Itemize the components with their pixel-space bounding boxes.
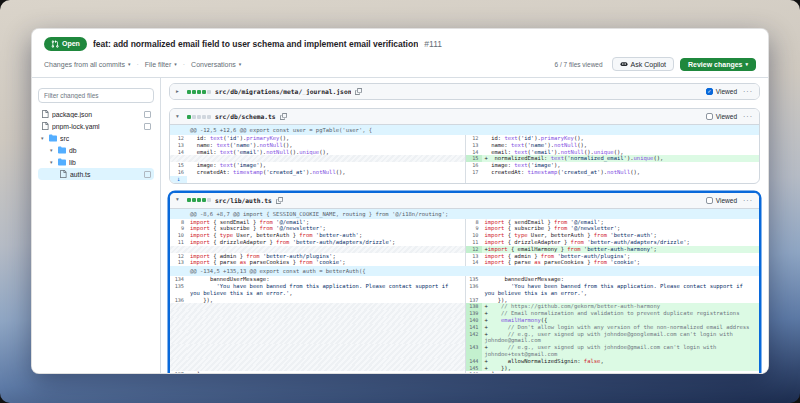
file-filter-dropdown[interactable]: File filter ▾ xyxy=(145,61,177,68)
old-line-number: 12 xyxy=(170,135,187,142)
diff-line-context[interactable]: 137 ],146 ], xyxy=(170,371,759,374)
sidebar-item-pnpm-lock-yaml[interactable]: pnpm-lock.yaml xyxy=(38,120,154,132)
diff-line-context[interactable]: 136 }),137 }), xyxy=(170,297,759,304)
review-changes-button[interactable]: Review changes ▾ xyxy=(680,58,756,71)
old-code: import { admin } from 'better-auth/plugi… xyxy=(187,253,465,260)
diff-line-added[interactable]: 138+ // https://github.com/gekorm/better… xyxy=(170,303,759,310)
kebab-menu-icon[interactable]: ··· xyxy=(743,113,753,120)
new-line-number: 14 xyxy=(465,259,482,266)
diff-file-header: ▾src/db/schema.tsViewed··· xyxy=(170,109,759,125)
old-line-number: 134 xyxy=(170,276,187,283)
new-line-number: 10 xyxy=(465,232,482,239)
filter-files-input[interactable] xyxy=(38,88,154,103)
copilot-icon xyxy=(620,60,628,68)
pr-header: Open feat: add normalized email field to… xyxy=(32,29,768,78)
diff-line-context[interactable]: 12import { admin } from 'better-auth/plu… xyxy=(170,253,759,260)
kebab-menu-icon[interactable]: ··· xyxy=(743,88,753,95)
file-path-link[interactable]: src/db/schema.ts xyxy=(215,113,276,120)
diff-line-added[interactable]: 139+ // Email normalization and validati… xyxy=(170,310,759,317)
file-tree-sidebar: package.jsonpnpm-lock.yaml▾src▾db▾libaut… xyxy=(32,78,161,374)
new-code: 'You have been banned from this applicat… xyxy=(482,283,760,297)
new-line-number: 139 xyxy=(465,310,482,317)
hunk-header: @@ -134,5 +135,13 @@ export const auth =… xyxy=(170,266,759,276)
sidebar-item-auth-ts[interactable]: auth.ts xyxy=(38,168,154,180)
diff-line-context[interactable]: 10import { type User, betterAuth } from … xyxy=(170,232,759,239)
chevron-right-icon[interactable]: ▸ xyxy=(176,89,183,95)
diff-line-context[interactable]: 13import { parse as parseCookies } from … xyxy=(170,259,759,266)
old-line-number: 12 xyxy=(170,253,187,260)
diff-panel: ▸src/db/migrations/meta/_journal.json✓Vi… xyxy=(169,83,760,100)
ask-copilot-button[interactable]: Ask Copilot xyxy=(612,57,674,71)
diff-panel: ▾src/lib/auth.tsViewed···@@ -8,6 +8,7 @@… xyxy=(169,192,760,374)
diff-line-added[interactable]: 141+ // Don't allow login with any versi… xyxy=(170,324,759,331)
diff-line-added[interactable]: 140+ emailHarmony({ xyxy=(170,317,759,324)
file-path-link[interactable]: src/db/migrations/meta/_journal.json xyxy=(215,88,351,95)
sidebar-item-db[interactable]: ▾db xyxy=(38,144,154,156)
old-line-number: 137 xyxy=(170,371,187,374)
file-path-link[interactable]: src/lib/auth.ts xyxy=(215,197,272,204)
new-code: + // Don't allow login with any version … xyxy=(482,324,760,331)
new-line-number: 145 xyxy=(465,365,482,372)
file-icon xyxy=(41,110,49,118)
new-line-number: 136 xyxy=(465,283,482,297)
sidebar-item-package-json[interactable]: package.json xyxy=(38,108,154,120)
sidebar-item-lib[interactable]: ▾lib xyxy=(38,156,154,168)
new-line-number: 13 xyxy=(465,253,482,260)
new-code: + normalizedEmail: text('normalized_emai… xyxy=(482,155,760,162)
diff-line-added[interactable]: 144+ allowNormalizedSignin: false, xyxy=(170,358,759,365)
old-code: name: text('name').notNull(), xyxy=(187,142,465,149)
diff-line-context[interactable]: 11import { drizzleAdapter } from 'better… xyxy=(170,239,759,246)
diff-line-context[interactable]: 16 createdAt: timestamp('created_at').no… xyxy=(170,169,759,176)
file-icon xyxy=(59,170,67,178)
expand-row: ↓ xyxy=(170,176,759,183)
diff-main: ▸src/db/migrations/meta/_journal.json✓Vi… xyxy=(161,78,768,374)
expand-diff-button[interactable]: ↓ xyxy=(170,176,187,183)
diff-line-context[interactable]: 9import { subscribe } from '@/newsletter… xyxy=(170,225,759,232)
diff-line-added[interactable]: 12+import { emailHarmony } from 'better-… xyxy=(170,246,759,253)
old-code: }), xyxy=(187,297,465,304)
file-name-label: lib xyxy=(69,159,151,166)
viewed-checkbox[interactable]: Viewed xyxy=(706,197,737,204)
desktop-background: Open feat: add normalized email field to… xyxy=(0,0,800,403)
copy-icon[interactable] xyxy=(355,88,362,95)
diff-line-added[interactable]: 142+ // e.g., user signed up with johndo… xyxy=(170,331,759,345)
old-line-number: 9 xyxy=(170,225,187,232)
old-line-number: 8 xyxy=(170,219,187,226)
new-line-number: 140 xyxy=(465,317,482,324)
old-code: import { subscribe } from '@/newsletter'… xyxy=(187,225,465,232)
diff-line-added[interactable]: 143+ // e.g., user signed up with johndo… xyxy=(170,344,759,358)
old-line-number: 135 xyxy=(170,283,187,297)
diff-line-context[interactable]: 134 bannedUserMessage:135 bannedUserMess… xyxy=(170,276,759,283)
chevron-down-icon[interactable]: ▾ xyxy=(176,114,183,120)
new-code: id: text('id').primaryKey(), xyxy=(482,135,760,142)
new-line-number: 11 xyxy=(465,239,482,246)
new-code: import { subscribe } from '@/newsletter'… xyxy=(482,225,760,232)
diff-line-added[interactable]: 15+ normalizedEmail: text('normalized_em… xyxy=(170,155,759,162)
copy-icon[interactable] xyxy=(276,197,283,204)
viewed-checkbox[interactable]: ✓Viewed xyxy=(706,88,737,95)
diff-line-added[interactable]: 145+ }), xyxy=(170,365,759,372)
file-icon xyxy=(41,122,49,130)
new-code: image: text('image'), xyxy=(482,162,760,169)
new-line-number: 144 xyxy=(465,358,482,365)
diff-line-context[interactable]: 15 image: text('image'),16 image: text('… xyxy=(170,162,759,169)
kebab-menu-icon[interactable]: ··· xyxy=(743,197,753,204)
diff-line-context[interactable]: 8import { sendEmail } from '@/email';8im… xyxy=(170,219,759,226)
sidebar-item-src[interactable]: ▾src xyxy=(38,132,154,144)
diff-line-context[interactable]: 13 name: text('name').notNull(),13 name:… xyxy=(170,142,759,149)
new-code: import { parse as parseCookies } from 'c… xyxy=(482,259,760,266)
new-code: + emailHarmony({ xyxy=(482,317,760,324)
new-code: bannedUserMessage: xyxy=(482,276,760,283)
diff-line-context[interactable]: 135 'You have been banned from this appl… xyxy=(170,283,759,297)
viewed-checkbox[interactable]: Viewed xyxy=(706,113,737,120)
changes-from-commits-dropdown[interactable]: Changes from all commits ▾ xyxy=(44,61,130,68)
new-code: + // e.g., user signed up with johndoe@g… xyxy=(482,344,760,358)
chevron-down-icon[interactable]: ▾ xyxy=(176,197,183,203)
checkbox-icon xyxy=(706,113,713,120)
diff-line-context[interactable]: 14 email: text('email').notNull().unique… xyxy=(170,149,759,156)
diff-line-context[interactable]: 12 id: text('id').primaryKey(),12 id: te… xyxy=(170,135,759,142)
diff-panel: ▾src/db/schema.tsViewed···@@ -12,5 +12,6… xyxy=(169,108,760,184)
copy-icon[interactable] xyxy=(280,113,287,120)
new-line-number: 8 xyxy=(465,219,482,226)
conversations-dropdown[interactable]: Conversations ▾ xyxy=(191,61,241,68)
